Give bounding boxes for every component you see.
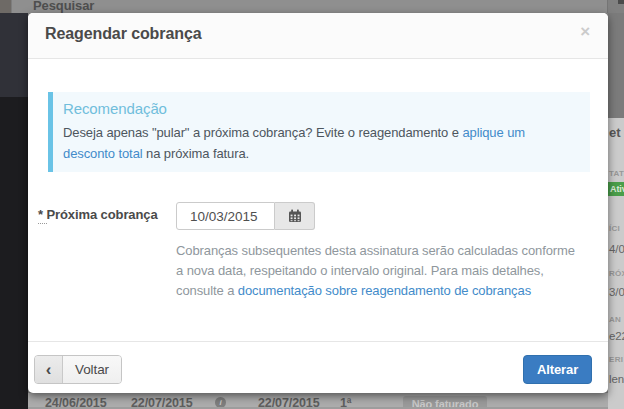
panel-label-fragment: ERI — [609, 355, 623, 364]
panel-label-fragment: ÍCI — [609, 224, 620, 233]
submit-button[interactable]: Alterar — [523, 355, 592, 384]
date-input-group — [176, 202, 315, 230]
background-detail-panel: et TAT Ativ ÍCI 4/0 RÓX 3/0 AN e22 ERI l… — [608, 118, 624, 409]
background-sidebar-top — [0, 13, 28, 97]
panel-value-fragment: 3/0 — [609, 286, 624, 298]
background-toolbar: Pesquisar — [0, 0, 624, 13]
screen: Pesquisar et TAT Ativ ÍCI 4/0 RÓX 3/0 AN… — [0, 0, 624, 409]
panel-value-fragment: len — [609, 373, 624, 385]
panel-value-fragment: e22 — [609, 330, 624, 342]
search-input: Pesquisar — [33, 0, 94, 13]
modal-title: Reagendar cobrança — [45, 25, 201, 43]
back-button-label: Voltar — [63, 356, 121, 383]
next-charge-date-input[interactable] — [176, 202, 275, 230]
calendar-icon — [288, 209, 302, 223]
calendar-button[interactable] — [275, 202, 315, 230]
status-badge: Ativ — [608, 182, 624, 196]
panel-label-fragment: RÓX — [609, 269, 624, 278]
background-header-block — [608, 13, 624, 118]
chevron-left-icon: ‹ — [35, 356, 63, 383]
background-toolbar-corner — [618, 0, 624, 4]
alert-title: Recomendação — [63, 100, 580, 117]
background-toolbar-edge — [0, 0, 12, 13]
panel-heading-fragment: et — [609, 125, 620, 140]
close-icon[interactable]: × — [580, 22, 590, 42]
recommendation-alert: Recomendação Deseja apenas "pular" a pró… — [48, 92, 590, 172]
modal-header: Reagendar cobrança × — [28, 13, 608, 59]
help-text: Cobranças subsequentes desta assinatura … — [176, 241, 580, 301]
background-table-row: 24/06/2015 22/07/2015 i 22/07/2015 1ª Nã… — [28, 393, 608, 409]
modal-footer: ‹ Voltar Alterar — [28, 341, 608, 394]
panel-value-fragment: 4/0 — [609, 243, 624, 255]
panel-label-fragment: TAT — [609, 169, 624, 178]
panel-label-fragment: AN — [609, 315, 621, 324]
next-charge-label: * Próxima cobrança — [38, 207, 158, 222]
label-tooltip-underline — [38, 222, 47, 224]
background-sidebar — [0, 13, 28, 409]
alert-text: Deseja apenas "pular" a próxima cobrança… — [63, 122, 580, 164]
reschedule-modal: Reagendar cobrança × Recomendação Deseja… — [28, 13, 608, 393]
alert-text-before: Deseja apenas "pular" a próxima cobrança… — [63, 125, 462, 140]
documentation-link[interactable]: documentação sobre reagendamento de cobr… — [238, 283, 531, 298]
alert-text-after: na próxima fatura. — [143, 146, 250, 161]
back-button[interactable]: ‹ Voltar — [34, 355, 122, 384]
